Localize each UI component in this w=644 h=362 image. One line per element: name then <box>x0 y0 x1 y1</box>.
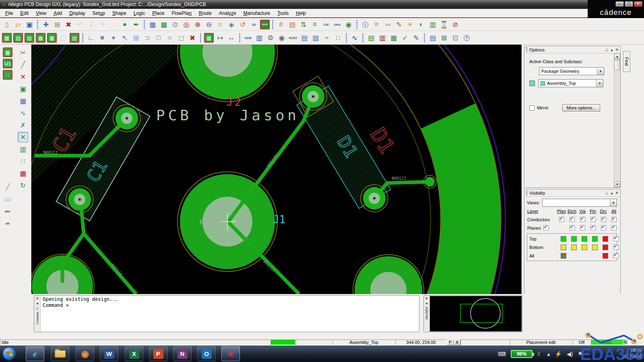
zoom-fit-icon[interactable]: ▩ <box>159 19 169 30</box>
tray-flag-icon[interactable]: ⚑ <box>578 351 583 357</box>
report-book-icon[interactable]: ▥ <box>377 33 388 43</box>
column-header-via[interactable]: Via <box>579 209 586 214</box>
pin-icon[interactable]: ✒ <box>131 19 141 30</box>
menu-analyze[interactable]: Analyze <box>215 10 240 17</box>
zoom-out-icon[interactable]: ⊖ <box>204 19 214 30</box>
doc-pack-icon[interactable]: ▤ <box>427 33 438 43</box>
report-sign-icon[interactable]: ✎ <box>411 33 421 43</box>
board-outline-icon[interactable]: ▩ <box>3 47 12 57</box>
snap-off-icon[interactable]: ⊘ <box>450 19 460 30</box>
placeholder-icon[interactable]: ▢ <box>58 33 68 43</box>
mirror-checkbox[interactable] <box>529 105 535 111</box>
copy-icon[interactable]: ⊞ <box>52 19 62 30</box>
shape-rect-filled-icon[interactable]: ■ <box>97 33 107 43</box>
planes-check-via[interactable] <box>580 225 585 230</box>
conductors-check-plan[interactable] <box>559 217 564 222</box>
bottom-check-all[interactable] <box>613 245 619 250</box>
highlight-icon[interactable]: ● <box>120 19 130 30</box>
worldview-viewport-rect[interactable] <box>460 304 502 323</box>
find-tab[interactable]: Find <box>623 51 630 72</box>
layer-column-header[interactable]: Layer <box>527 209 556 214</box>
subclass-select[interactable]: Assembly_Top ▼ <box>538 79 603 87</box>
menu-display[interactable]: Display <box>66 10 89 17</box>
close-panel-icon[interactable]: ✕ <box>615 191 619 195</box>
start-button[interactable] <box>2 347 16 360</box>
odb-export-icon[interactable]: ODB <box>243 33 253 43</box>
shine-mode-icon[interactable]: ☀ <box>405 19 415 30</box>
contrast-mode-icon[interactable]: ◐ <box>416 19 427 30</box>
place-module-icon[interactable]: ▧ <box>13 33 23 43</box>
taskbar-word[interactable]: W <box>100 346 118 361</box>
flip-design-icon[interactable]: FLIP <box>260 20 270 29</box>
collapse-left-icon[interactable]: ◂ <box>36 301 38 305</box>
tray-keyboard-icon[interactable]: ⌨ <box>498 351 506 357</box>
taskbar-allegro[interactable]: ✳ <box>221 346 240 361</box>
tray-volume-icon[interactable]: ◀) <box>567 351 573 357</box>
report-net-icon[interactable]: ▦ <box>388 33 399 43</box>
planes-check-pin[interactable] <box>590 225 596 230</box>
shape-arc-icon[interactable]: ⊃ <box>142 33 153 43</box>
subclass-color-swatch[interactable] <box>529 80 535 86</box>
place-symbol-icon[interactable]: ▦ <box>2 33 12 43</box>
line-tool-icon[interactable]: ╱ <box>2 182 13 192</box>
collapse-panel-icon[interactable]: ▴ <box>611 47 613 52</box>
tray-power-icon[interactable]: ⚡ <box>555 351 562 357</box>
menu-view[interactable]: View <box>32 10 50 17</box>
maximize-button[interactable]: ▢ <box>625 1 633 7</box>
pad-top[interactable] <box>178 45 277 102</box>
shape-circle-icon[interactable]: ○ <box>165 33 175 43</box>
open-file-icon[interactable]: ▱ <box>13 19 23 30</box>
design-canvas[interactable]: PCB by Jason J2 N00106 J1 C1 C1 D1 D1 N0… <box>31 45 522 294</box>
scroll-up-icon[interactable]: ▲ <box>614 53 620 60</box>
bottom-swatch-via[interactable] <box>582 245 587 250</box>
show-property-icon[interactable]: ≡ <box>371 19 382 30</box>
pulse-icon[interactable]: ∿ <box>18 108 28 118</box>
select-arrow-icon[interactable]: ↖ <box>120 33 130 43</box>
window-new-icon[interactable]: ⊡ <box>450 33 460 43</box>
taskbar-ie[interactable]: e <box>26 346 44 361</box>
menu-setup[interactable]: Setup <box>89 10 109 17</box>
top-swatch-via[interactable] <box>582 236 587 242</box>
grid-toggle-icon[interactable]: # <box>276 19 286 30</box>
menu-help[interactable]: Help <box>292 10 310 17</box>
via-right[interactable] <box>423 175 436 188</box>
scroll-thumb[interactable] <box>614 60 620 70</box>
shape-dashed-icon[interactable]: ◻ <box>176 33 186 43</box>
planes-check-all[interactable] <box>611 225 617 230</box>
conductors-check-drc[interactable] <box>601 217 606 222</box>
taskbar-explorer[interactable] <box>51 346 69 361</box>
cm-audit-icon[interactable]: CM <box>321 19 331 30</box>
line-45-icon[interactable]: ╱ <box>18 60 28 70</box>
close-button[interactable]: ✕ <box>634 1 642 7</box>
column-header-plan[interactable]: Plan <box>557 209 566 214</box>
column-header-all[interactable]: All <box>611 209 616 214</box>
bottom-swatch-drc[interactable] <box>603 245 608 250</box>
menu-place[interactable]: Place <box>149 10 168 17</box>
pin-array-icon[interactable]: ∷ <box>18 156 28 167</box>
window-select-icon[interactable]: ▦ <box>147 19 158 30</box>
panel-grip[interactable] <box>526 47 527 52</box>
planes-check-etch[interactable] <box>570 225 575 230</box>
show-measure-icon[interactable]: 123 <box>382 19 393 30</box>
top-swatch-pin[interactable] <box>592 236 598 242</box>
route-symbol-icon[interactable]: ▨ <box>25 33 34 43</box>
panel-grip[interactable] <box>526 191 527 195</box>
tools-setup-icon[interactable]: ⚙ <box>265 33 276 43</box>
text-edit-icon[interactable]: ab <box>2 218 13 228</box>
swap-symbol-icon[interactable]: ▩ <box>36 33 45 43</box>
top-swatch-drc[interactable] <box>603 236 608 242</box>
board-update-icon[interactable]: ▦ <box>204 33 214 43</box>
menu-route[interactable]: Route <box>195 10 215 17</box>
pin-panel-icon[interactable]: ⊥ <box>605 191 609 195</box>
view-3d-icon[interactable]: 3D <box>249 19 259 30</box>
text-abc-icon[interactable]: abc <box>2 206 13 216</box>
column-header-pin[interactable]: Pin <box>590 209 596 214</box>
minimize-button[interactable]: — <box>615 1 624 7</box>
collapse-panel-icon[interactable]: ▴ <box>611 191 613 195</box>
report-drc-icon[interactable]: ▤ <box>366 33 376 43</box>
pick-mode-p[interactable]: P <box>447 339 454 345</box>
collapse-left-icon[interactable]: ◂ <box>425 301 427 305</box>
taskbar-clock[interactable]: 19:20 2017/9/16 <box>622 347 642 360</box>
column-header-etch[interactable]: Etch <box>568 209 576 214</box>
conductors-check-etch[interactable] <box>570 217 575 222</box>
